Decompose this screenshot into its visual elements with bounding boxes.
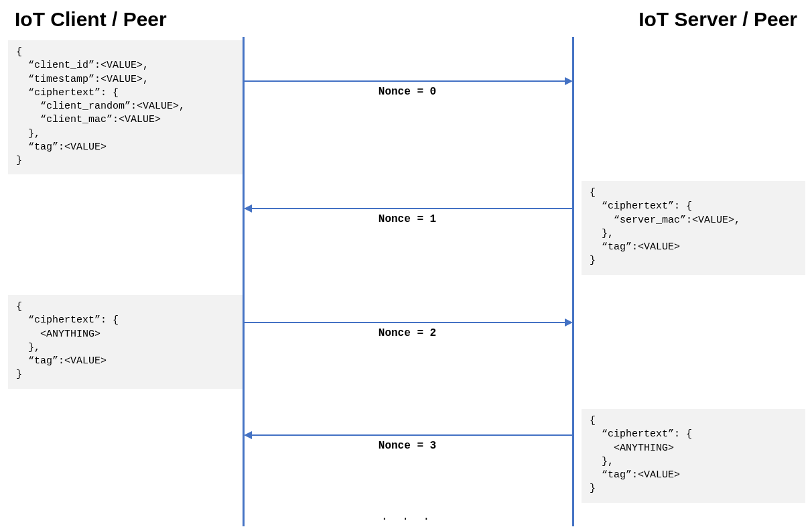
server-title: IoT Server / Peer [638,8,797,31]
server-lifeline [572,37,574,526]
server-hello-payload: { “ciphertext”: { “server_mac”:<VALUE>, … [582,181,805,275]
label-nonce-3: Nonce = 3 [247,440,568,452]
label-nonce-0: Nonce = 0 [247,86,568,98]
label-nonce-1: Nonce = 1 [247,213,568,225]
arrow-nonce-0-head [565,77,573,85]
arrow-nonce-1-head [244,204,252,213]
client-lifeline [243,37,245,526]
arrow-nonce-3 [252,434,572,436]
sequence-diagram: IoT Client / Peer IoT Server / Peer { “c… [0,0,812,527]
client-data-payload: { “ciphertext”: { <ANYTHING> }, “tag”:<V… [8,295,243,389]
arrow-nonce-0 [245,80,565,82]
arrow-nonce-1 [252,208,572,209]
label-nonce-2: Nonce = 2 [247,327,568,339]
client-title: IoT Client / Peer [15,8,167,31]
continuation-ellipsis: . . . [247,511,568,523]
arrow-nonce-2-head [565,318,573,327]
client-hello-payload: { “client_id”:<VALUE>, “timestamp”:<VALU… [8,40,243,174]
server-data-payload: { “ciphertext”: { <ANYTHING> }, “tag”:<V… [582,409,805,503]
arrow-nonce-3-head [244,431,252,439]
arrow-nonce-2 [245,322,565,323]
